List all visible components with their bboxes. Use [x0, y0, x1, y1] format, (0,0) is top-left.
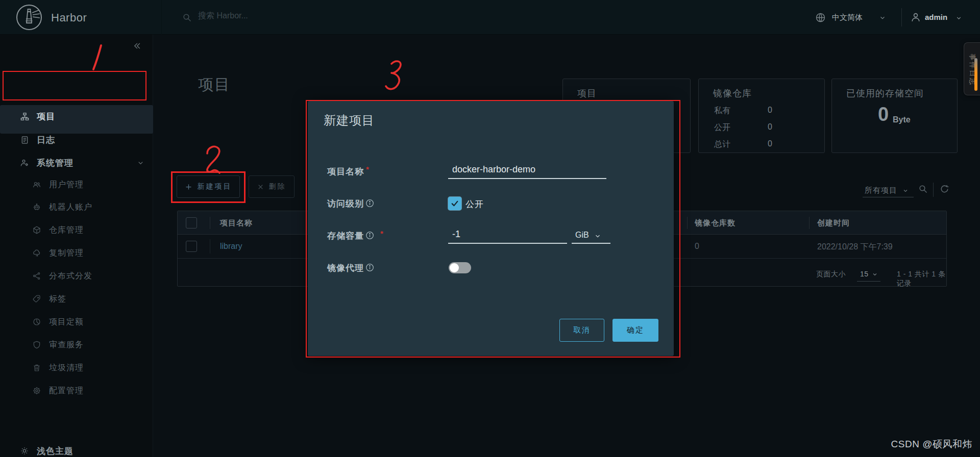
storage-label: 存储容量: [327, 230, 364, 242]
pagination-range: 1 - 1 共计 1 条记录: [897, 270, 946, 288]
sidebar-item-distributions[interactable]: 分布式分发: [0, 267, 153, 285]
created-cell: 2022/10/28 下午7:39: [817, 242, 893, 252]
sidebar-item-interrogation-services[interactable]: 审查服务: [0, 336, 153, 353]
new-project-button[interactable]: 新建项目: [177, 175, 240, 198]
sidebar-item-labels[interactable]: 标签: [0, 290, 153, 308]
annotation-digit-3: [386, 61, 401, 89]
access-info-icon[interactable]: [365, 198, 375, 208]
gear-icon: [32, 386, 42, 395]
public-label: 公开: [714, 122, 730, 133]
project-link[interactable]: library: [220, 242, 242, 251]
header-right-divider: [901, 8, 902, 27]
header-checkbox[interactable]: [186, 217, 197, 229]
quota-pie-icon: [32, 317, 42, 326]
tag-icon: [32, 294, 42, 303]
modal-title: 新建项目: [324, 112, 375, 129]
trash-icon: [32, 363, 42, 372]
cube-icon: [32, 225, 42, 235]
search-icon: [182, 12, 192, 23]
sidebar-item-administration[interactable]: 系统管理: [0, 154, 153, 171]
event-log-side-tab[interactable]: 事件日志: [964, 42, 980, 95]
public-checkbox-label: 公开: [465, 198, 484, 210]
language-selector[interactable]: 中文简体: [832, 13, 863, 22]
page-size-chevron-down-icon[interactable]: [872, 271, 878, 277]
storage-unit: Byte: [893, 115, 911, 124]
annotation-digit-2: [207, 146, 219, 173]
col-created: 创建时间: [817, 218, 850, 228]
sidebar-item-registries[interactable]: 仓库管理: [0, 221, 153, 239]
users-icon: [32, 180, 42, 189]
proxy-label: 镜像代理: [327, 262, 364, 274]
total-value: 0: [768, 139, 772, 148]
globe-icon: [815, 12, 826, 23]
storage-unit-select[interactable]: GiB: [575, 231, 589, 240]
close-icon: [257, 184, 264, 190]
sidebar-item-garbage-collection[interactable]: 垃圾清理: [0, 359, 153, 376]
filter-divider: [933, 183, 934, 197]
header-divider: [161, 0, 162, 35]
sidebar-item-replications[interactable]: 复制管理: [0, 244, 153, 262]
page-title: 项目: [198, 74, 231, 95]
ok-button[interactable]: 确定: [612, 319, 658, 342]
sidebar-item-users[interactable]: 用户管理: [0, 176, 153, 193]
storage-stat-card: 已使用的存储空间 0 Byte: [831, 79, 958, 153]
delete-button[interactable]: 删除: [249, 175, 295, 198]
storage-value: 0: [878, 104, 889, 125]
project-name-input[interactable]: [452, 164, 605, 175]
proxy-toggle[interactable]: [449, 262, 471, 273]
sidebar-item-configuration[interactable]: 配置管理: [0, 382, 153, 399]
row-checkbox[interactable]: [186, 241, 197, 252]
admin-user-gear-icon: [19, 158, 30, 168]
new-project-modal: 新建项目 项目名称 * 访问级别 公开 存储容量 * GiB: [308, 101, 674, 356]
access-label: 访问级别: [327, 198, 364, 210]
filter-chevron-down-icon[interactable]: [902, 188, 909, 194]
brand-title: Harbor: [51, 11, 87, 24]
col-repo-count: 镜像仓库数: [695, 218, 736, 228]
administration-chevron-down-icon[interactable]: [137, 159, 144, 167]
sidebar-item-robot-accounts[interactable]: 机器人账户: [0, 198, 153, 216]
harbor-logo-icon: [15, 4, 43, 31]
watermark: CSDN @硕风和炜: [891, 438, 972, 451]
storage-info-icon[interactable]: [365, 231, 375, 240]
name-required-mark: *: [366, 165, 369, 173]
page-size-label: 页面大小: [816, 270, 846, 279]
public-value: 0: [768, 122, 772, 132]
storage-required-mark: *: [380, 229, 383, 238]
user-chevron-down-icon[interactable]: [955, 15, 962, 21]
refresh-icon[interactable]: [939, 184, 950, 194]
harbor-app: Harbor 中文简体 admin: [0, 0, 980, 457]
private-label: 私有: [714, 106, 730, 116]
plus-icon: [185, 183, 192, 191]
sidebar-item-project-quotas[interactable]: 项目定额: [0, 313, 153, 331]
project-filter-select[interactable]: 所有项目: [865, 186, 897, 195]
filter-underline: [863, 197, 914, 197]
repo-count-cell: 0: [695, 242, 699, 251]
user-menu[interactable]: admin: [925, 13, 947, 21]
repositories-stat-card: 镜像仓库 私有 0 公开 0 总计 0: [698, 79, 825, 153]
sidebar-item-projects[interactable]: 项目: [0, 108, 153, 125]
robot-icon: [32, 202, 42, 212]
sidebar-collapse-icon[interactable]: [132, 41, 142, 51]
col-name: 项目名称: [220, 218, 253, 228]
public-checkbox[interactable]: [448, 197, 461, 210]
language-chevron-down-icon[interactable]: [879, 14, 886, 21]
event-log-orange-bar: [974, 58, 977, 91]
table-search-icon[interactable]: [918, 184, 928, 194]
private-value: 0: [768, 106, 772, 115]
name-label: 项目名称: [327, 166, 364, 177]
light-theme-toggle[interactable]: 浅色主题: [0, 442, 153, 457]
search-input[interactable]: [198, 11, 351, 20]
sidebar-item-logs[interactable]: 日志: [0, 131, 153, 148]
sun-icon: [19, 446, 30, 455]
projects-icon: [19, 112, 30, 121]
cloud-replication-icon: [32, 248, 42, 258]
storage-quota-input[interactable]: [452, 229, 544, 240]
share-nodes-icon: [32, 271, 42, 281]
top-header: Harbor 中文简体 admin: [0, 0, 980, 35]
shield-icon: [32, 340, 42, 349]
user-icon: [910, 11, 922, 23]
proxy-info-icon[interactable]: [365, 263, 375, 272]
cancel-button[interactable]: 取消: [559, 319, 604, 342]
page-size-select[interactable]: 15: [860, 270, 869, 278]
unit-chevron-down-icon[interactable]: [594, 233, 601, 240]
